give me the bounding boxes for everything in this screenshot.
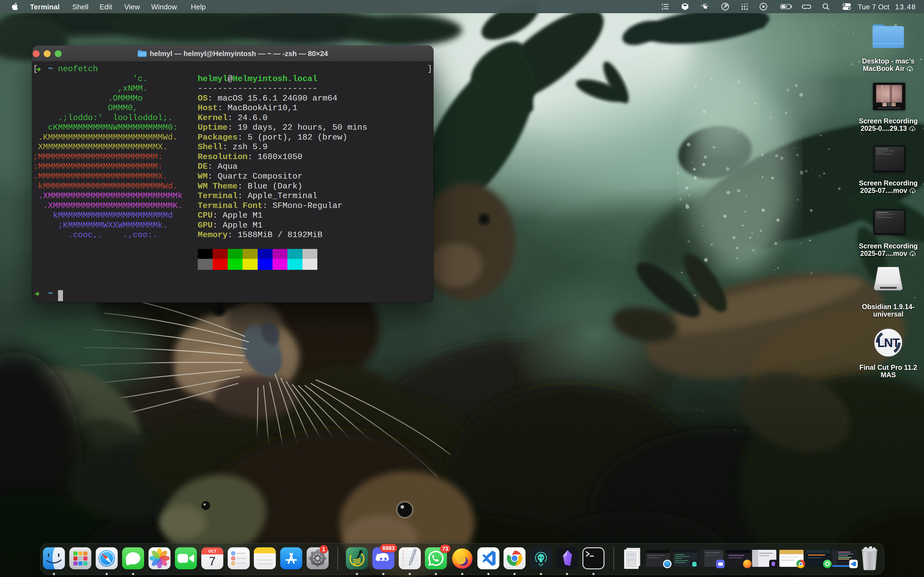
svg-text:2: 2 (662, 7, 663, 10)
svg-text:7: 7 (209, 554, 216, 568)
svg-text:LNT: LNT (877, 336, 900, 350)
svg-text:1: 1 (662, 3, 663, 6)
svg-text:OCT: OCT (208, 549, 216, 553)
